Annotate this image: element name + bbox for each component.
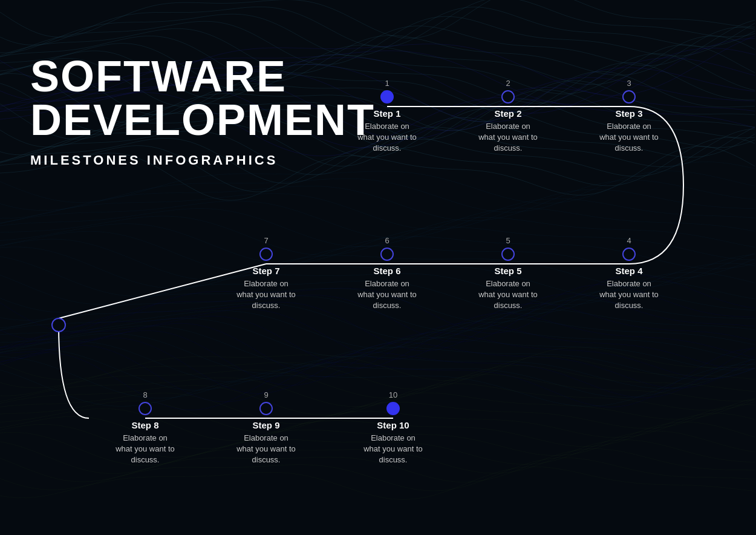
- step-circle-9: [259, 402, 273, 415]
- step-number-5: 5: [478, 236, 538, 245]
- step-circle-8: [138, 402, 152, 415]
- step-number-9: 9: [236, 390, 296, 399]
- step-desc-2: Elaborate on what you want to discuss.: [478, 121, 538, 154]
- step-circle-5: [501, 248, 515, 261]
- step-desc-3: Elaborate on what you want to discuss.: [599, 121, 659, 154]
- step-label-5: Step 5: [478, 266, 538, 276]
- subtitle: MILESTONES INFOGRAPHICS: [30, 153, 375, 168]
- step-node-6: 6Step 6Elaborate on what you want to dis…: [357, 236, 417, 312]
- step-node-4: 4Step 4Elaborate on what you want to dis…: [599, 236, 659, 312]
- step-circle-7: [259, 248, 273, 261]
- svg-point-8: [52, 318, 65, 332]
- step-desc-5: Elaborate on what you want to discuss.: [478, 278, 538, 312]
- step-label-8: Step 8: [115, 420, 175, 430]
- step-number-6: 6: [357, 236, 417, 245]
- step-circle-2: [501, 90, 515, 103]
- step-label-7: Step 7: [236, 266, 296, 276]
- step-number-8: 8: [115, 390, 175, 399]
- step-node-8: 8Step 8Elaborate on what you want to dis…: [115, 390, 175, 466]
- svg-line-5: [59, 264, 266, 318]
- step-label-3: Step 3: [599, 108, 659, 119]
- step-circle-3: [622, 90, 636, 103]
- step-node-7: 7Step 7Elaborate on what you want to dis…: [236, 236, 296, 312]
- title-area: SOFTWARE DEVELOPMENT MILESTONES INFOGRAP…: [30, 54, 375, 168]
- step-label-9: Step 9: [236, 420, 296, 430]
- step-desc-6: Elaborate on what you want to discuss.: [357, 278, 417, 312]
- step-number-4: 4: [599, 236, 659, 245]
- step-desc-9: Elaborate on what you want to discuss.: [236, 433, 296, 466]
- step-circle-4: [622, 248, 636, 261]
- step-desc-4: Elaborate on what you want to discuss.: [599, 278, 659, 312]
- step-number-3: 3: [599, 79, 659, 88]
- step-node-10: 10Step 10Elaborate on what you want to d…: [363, 390, 423, 466]
- step-node-3: 3Step 3Elaborate on what you want to dis…: [599, 79, 659, 154]
- step-desc-7: Elaborate on what you want to discuss.: [236, 278, 296, 312]
- main-title: SOFTWARE DEVELOPMENT: [30, 54, 375, 142]
- step-desc-8: Elaborate on what you want to discuss.: [115, 433, 175, 466]
- step-number-2: 2: [478, 79, 538, 88]
- step-number-7: 7: [236, 236, 296, 245]
- step-label-2: Step 2: [478, 108, 538, 119]
- step-circle-10: [386, 402, 400, 415]
- step-circle-1: [380, 90, 394, 103]
- step-circle-6: [380, 248, 394, 261]
- step-desc-10: Elaborate on what you want to discuss.: [363, 433, 423, 466]
- step-node-9: 9Step 9Elaborate on what you want to dis…: [236, 390, 296, 466]
- step-node-2: 2Step 2Elaborate on what you want to dis…: [478, 79, 538, 154]
- step-label-4: Step 4: [599, 266, 659, 276]
- step-number-10: 10: [363, 390, 423, 399]
- step-node-5: 5Step 5Elaborate on what you want to dis…: [478, 236, 538, 312]
- step-label-6: Step 6: [357, 266, 417, 276]
- step-label-10: Step 10: [363, 420, 423, 430]
